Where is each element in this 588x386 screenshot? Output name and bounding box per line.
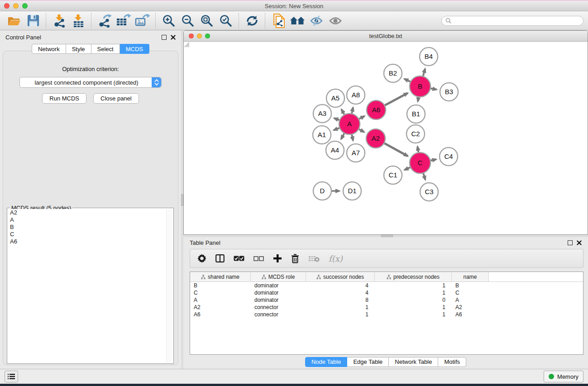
table-cell[interactable]: connector — [251, 311, 306, 318]
graph-node-B[interactable]: B — [410, 76, 430, 97]
tab-mcds[interactable]: MCDS — [120, 44, 149, 54]
table-cell[interactable]: A6 — [190, 311, 251, 318]
graph-edge-C-C4[interactable] — [430, 159, 436, 161]
table-cell[interactable]: A — [190, 296, 251, 304]
graph-node-A5[interactable]: A5 — [326, 89, 344, 107]
result-list-scrollbar[interactable] — [166, 209, 172, 362]
task-history-button[interactable] — [5, 371, 18, 382]
close-icon[interactable] — [577, 240, 582, 245]
graph-node-A6[interactable]: A6 — [367, 100, 386, 119]
select-all-checkboxes-icon[interactable] — [234, 256, 244, 261]
graph-edge-A-A4[interactable] — [341, 133, 344, 139]
table-cell[interactable]: 1 — [375, 289, 452, 296]
table-cell[interactable]: A2 — [190, 304, 251, 311]
result-list-item[interactable]: A2 — [8, 209, 172, 216]
tab-network[interactable]: Network — [32, 44, 66, 54]
graph-node-B2[interactable]: B2 — [384, 64, 402, 82]
graph-node-B3[interactable]: B3 — [440, 83, 458, 101]
table-cell[interactable]: B — [452, 282, 489, 289]
horizontal-splitter[interactable] — [183, 235, 588, 237]
table-row[interactable]: A2connector11A2 — [190, 304, 583, 311]
graph-node-C1[interactable]: C1 — [384, 166, 402, 184]
gear-icon[interactable] — [197, 254, 206, 263]
export-table-button[interactable] — [114, 12, 133, 29]
graph-edge-B-B4[interactable] — [423, 69, 425, 76]
table-cell[interactable]: 1 — [375, 311, 452, 318]
table-row[interactable]: A6connector11A6 — [190, 311, 583, 318]
graph-edge-C-C3[interactable] — [423, 173, 425, 180]
graph-edge-A-A6[interactable] — [359, 116, 364, 119]
graph-edge-C-C1[interactable] — [405, 167, 411, 170]
columns-icon[interactable] — [215, 254, 225, 262]
close-panel-button[interactable]: Close panel — [93, 93, 139, 104]
table-cell[interactable]: dominator — [251, 289, 306, 296]
table-cell[interactable]: 1 — [375, 304, 452, 311]
graph-node-D[interactable]: D — [313, 182, 331, 200]
table-row[interactable]: Bdominator41B — [190, 282, 583, 289]
refresh-button[interactable] — [243, 12, 262, 29]
graph-edge-B-B1[interactable] — [418, 97, 418, 102]
graph-edge-B-B2[interactable] — [404, 79, 410, 81]
result-list-item[interactable]: B — [8, 224, 172, 231]
save-session-button[interactable] — [24, 12, 43, 29]
table-cell[interactable]: dominator — [251, 296, 306, 304]
zoom-fit-button[interactable] — [197, 12, 216, 29]
table-cell[interactable]: C — [452, 289, 489, 296]
tab-node-table[interactable]: Node Table — [305, 357, 348, 367]
run-mcds-button[interactable]: Run MCDS — [42, 93, 86, 104]
graph-edge-A-A3[interactable] — [334, 118, 339, 120]
graph-edge-A-A8[interactable] — [352, 107, 353, 113]
graph-edge-A-A2[interactable] — [359, 129, 364, 132]
result-list-item[interactable]: A — [8, 216, 172, 224]
close-icon[interactable] — [171, 35, 176, 40]
graph-node-A2[interactable]: A2 — [366, 129, 385, 148]
import-network-button[interactable] — [50, 12, 69, 29]
import-table-button[interactable] — [69, 12, 88, 29]
new-network-from-file-button[interactable] — [269, 12, 288, 29]
network-canvas[interactable]: AA1A2A3A4A5A6A7A8BB1B2B3B4CC1C2C3C4DD1 — [184, 42, 588, 235]
graph-edge-C-C2[interactable] — [417, 147, 418, 152]
graph-node-C2[interactable]: C2 — [406, 125, 425, 143]
column-header[interactable]: name — [452, 272, 489, 281]
table-cell[interactable]: B — [190, 282, 251, 289]
table-cell[interactable]: A6 — [452, 311, 489, 318]
graph-node-C4[interactable]: C4 — [440, 148, 458, 166]
toolbar-search-field[interactable] — [441, 16, 583, 26]
tab-select[interactable]: Select — [91, 44, 120, 54]
graph-node-A7[interactable]: A7 — [347, 144, 365, 162]
export-network-button[interactable] — [95, 12, 114, 29]
zoom-selected-button[interactable] — [216, 12, 235, 29]
table-cell[interactable]: C — [190, 289, 251, 296]
trash-icon[interactable] — [291, 254, 299, 263]
graph-node-A1[interactable]: A1 — [313, 126, 331, 144]
table-cell[interactable]: 4 — [306, 289, 375, 296]
table-cell[interactable]: 4 — [306, 282, 375, 289]
table-row[interactable]: Adominator80A — [190, 296, 583, 304]
graph-edge-A-A5[interactable] — [341, 110, 344, 114]
memory-button[interactable]: Memory — [544, 371, 583, 382]
graph-node-A3[interactable]: A3 — [313, 105, 331, 123]
criterion-dropdown[interactable]: largest connected component (directed) — [19, 77, 162, 88]
graph-node-A8[interactable]: A8 — [347, 86, 365, 104]
export-image-button[interactable] — [133, 12, 152, 29]
table-cell[interactable]: 8 — [306, 296, 375, 304]
graph-node-B1[interactable]: B1 — [407, 105, 425, 123]
show-all-windows-button[interactable] — [288, 12, 307, 29]
deselect-all-checkboxes-icon[interactable] — [253, 256, 264, 261]
table-cell[interactable]: 1 — [306, 311, 375, 318]
graph-node-C[interactable]: C — [410, 152, 430, 173]
show-panels-button[interactable] — [326, 12, 345, 29]
tab-style[interactable]: Style — [66, 44, 91, 54]
float-panel-icon[interactable] — [162, 35, 167, 40]
column-header[interactable]: successor nodes — [306, 272, 375, 281]
hide-panels-button[interactable] — [307, 12, 326, 29]
graph-edge-A-A7[interactable] — [352, 134, 353, 140]
table-row[interactable]: Cdominator41C — [190, 289, 583, 296]
table-cell[interactable]: 1 — [306, 304, 375, 311]
graph-node-B4[interactable]: B4 — [420, 48, 438, 66]
graph-node-A4[interactable]: A4 — [326, 141, 344, 159]
table-cell[interactable]: dominator — [251, 282, 306, 289]
tab-edge-table[interactable]: Edge Table — [347, 357, 389, 367]
table-cell[interactable]: 0 — [375, 296, 452, 304]
column-header[interactable]: shared name — [190, 272, 251, 281]
